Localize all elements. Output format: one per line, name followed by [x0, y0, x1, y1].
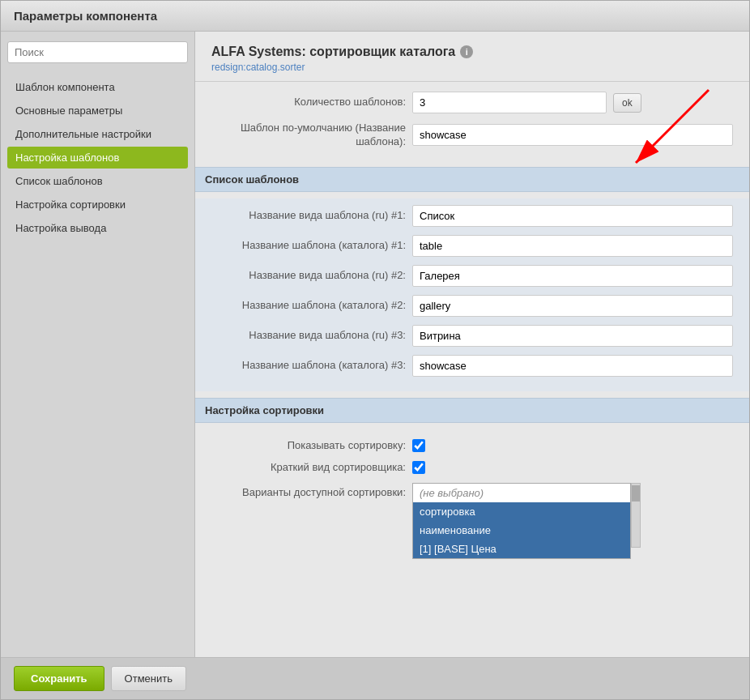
default-template-row: Шаблон по-умолчанию (Название шаблона):: [211, 122, 733, 149]
templates-list-header: Список шаблонов: [195, 167, 749, 192]
bottom-spacer: [195, 577, 749, 625]
template-name-3-label: Название шаблона (каталога) #3:: [211, 359, 406, 373]
template-view-name-2-label: Название вида шаблона (ru) #2:: [211, 269, 406, 283]
brief-view-label: Краткий вид сортировщика:: [211, 461, 406, 475]
footer: Сохранить Отменить: [1, 657, 749, 699]
dropdown-item-placeholder[interactable]: (не выбрано): [413, 484, 630, 502]
sidebar-item-advanced[interactable]: Дополнительные настройки: [7, 123, 188, 145]
sidebar-item-sort-settings[interactable]: Настройка сортировки: [7, 194, 188, 216]
template-count-input[interactable]: [412, 92, 607, 113]
sorting-section-header: Настройка сортировки: [195, 398, 749, 423]
dropdown-item-price[interactable]: [1] [BASE] Цена: [413, 540, 630, 558]
template-name-3-row: Название шаблона (каталога) #3:: [211, 355, 733, 377]
brief-view-checkbox[interactable]: [412, 461, 425, 474]
content-header: ALFA Systems: сортировщик каталога i red…: [195, 32, 749, 82]
show-sorting-row: Показывать сортировку:: [211, 439, 733, 453]
template-count-row: Количество шаблонов: ok: [211, 92, 733, 113]
sidebar-item-basic[interactable]: Основные параметры: [7, 100, 188, 122]
variants-label: Варианты доступной сортировки:: [211, 483, 406, 500]
search-input[interactable]: [7, 41, 188, 63]
template-view-name-2-input[interactable]: [412, 265, 733, 287]
main-window: Параметры компонента Шаблон компонента О…: [0, 0, 750, 700]
template-count-section: Количество шаблонов: ok Шаблон по-умолча…: [195, 82, 749, 167]
template-count-label: Количество шаблонов:: [211, 96, 406, 109]
content-body[interactable]: Количество шаблонов: ok Шаблон по-умолча…: [195, 82, 749, 657]
template-name-1-row: Название шаблона (каталога) #1:: [211, 235, 733, 257]
title-bar: Параметры компонента: [1, 1, 749, 32]
sidebar-item-template[interactable]: Шаблон компонента: [7, 76, 188, 98]
sorting-section: Показывать сортировку: Краткий вид сорти…: [195, 429, 749, 577]
sidebar-item-output-settings[interactable]: Настройка вывода: [7, 217, 188, 239]
template-name-3-input[interactable]: [412, 355, 733, 377]
template-view-name-3-input[interactable]: [412, 325, 733, 347]
template-name-2-input[interactable]: [412, 295, 733, 317]
template-view-name-2-row: Название вида шаблона (ru) #2:: [211, 265, 733, 287]
template-name-1-label: Название шаблона (каталога) #1:: [211, 239, 406, 253]
templates-list-section: Название вида шаблона (ru) #1: Название …: [195, 198, 749, 391]
sidebar: Шаблон компонента Основные параметры Доп…: [1, 32, 195, 657]
content-area: ALFA Systems: сортировщик каталога i red…: [195, 32, 749, 657]
dropdown-scroll-thumb: [632, 485, 640, 502]
brief-view-row: Краткий вид сортировщика:: [211, 461, 733, 475]
default-template-input[interactable]: [412, 124, 733, 146]
sidebar-item-template-list[interactable]: Список шаблонов: [7, 170, 188, 192]
dropdown-item-naming[interactable]: наименование: [413, 521, 630, 540]
template-view-name-3-row: Название вида шаблона (ru) #3:: [211, 325, 733, 347]
cancel-button[interactable]: Отменить: [111, 666, 186, 691]
dropdown-item-sorting[interactable]: сортировка: [413, 502, 630, 521]
template-name-2-label: Название шаблона (каталога) #2:: [211, 299, 406, 313]
main-layout: Шаблон компонента Основные параметры Доп…: [1, 32, 749, 657]
default-template-label: Шаблон по-умолчанию (Название шаблона):: [211, 122, 406, 149]
ok-button[interactable]: ok: [613, 93, 641, 113]
template-name-2-row: Название шаблона (каталога) #2:: [211, 295, 733, 317]
sidebar-item-template-settings[interactable]: Настройка шаблонов: [7, 147, 188, 169]
template-view-name-3-label: Название вида шаблона (ru) #3:: [211, 329, 406, 343]
dropdown-list[interactable]: (не выбрано) сортировка наименование [1]…: [412, 483, 631, 559]
info-icon[interactable]: i: [460, 45, 473, 58]
window-title: Параметры компонента: [14, 9, 157, 23]
template-view-name-1-row: Название вида шаблона (ru) #1:: [211, 205, 733, 227]
variants-row: Варианты доступной сортировки: (не выбра…: [211, 483, 733, 559]
save-button[interactable]: Сохранить: [14, 666, 104, 691]
dropdown-scrollbar[interactable]: [631, 483, 641, 548]
show-sorting-checkbox[interactable]: [412, 439, 425, 452]
content-title: ALFA Systems: сортировщик каталога i: [211, 45, 733, 59]
dropdown-container: (не выбрано) сортировка наименование [1]…: [412, 483, 641, 559]
template-name-1-input[interactable]: [412, 235, 733, 257]
template-view-name-1-label: Название вида шаблона (ru) #1:: [211, 209, 406, 223]
template-view-name-1-input[interactable]: [412, 205, 733, 227]
show-sorting-label: Показывать сортировку:: [211, 439, 406, 453]
content-subtitle: redsign:catalog.sorter: [211, 62, 733, 73]
